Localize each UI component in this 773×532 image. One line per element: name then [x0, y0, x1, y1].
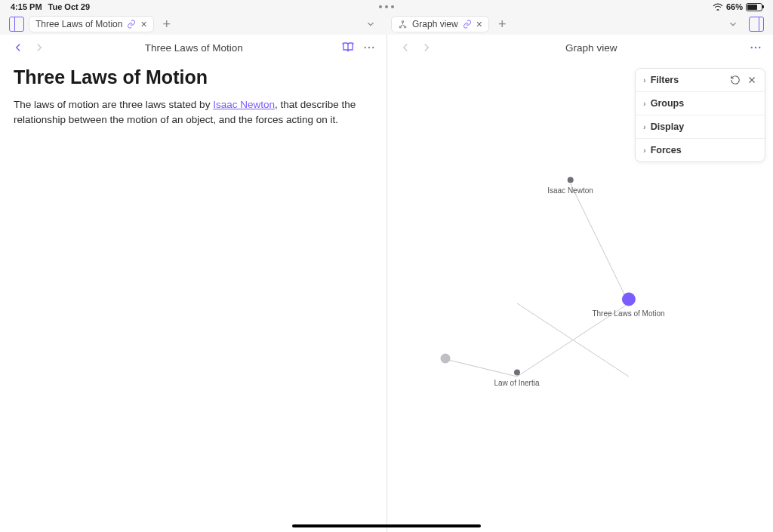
settings-row-groups[interactable]: › Groups [636, 92, 765, 115]
close-icon[interactable] [747, 75, 757, 85]
link-icon [463, 20, 472, 29]
graph-node-three-laws[interactable]: Three Laws of Motion [592, 293, 664, 318]
settings-label: Groups [651, 98, 684, 109]
pane-header: Graph view [387, 35, 774, 60]
reading-mode-icon[interactable] [341, 41, 355, 54]
pane-title: Three Laws of Motion [53, 42, 335, 54]
tab-bar: Three Laws of Motion × + Graph view × + [0, 14, 773, 35]
node-label: Three Laws of Motion [592, 309, 664, 318]
status-date: Tue Oct 29 [48, 2, 90, 11]
settings-row-display[interactable]: › Display [636, 115, 765, 139]
tab-graph-view[interactable]: Graph view × [391, 16, 489, 32]
svg-point-6 [751, 47, 753, 48]
more-options-icon[interactable] [749, 41, 762, 54]
svg-point-5 [372, 47, 374, 48]
svg-point-7 [755, 47, 756, 48]
node-dot [513, 370, 519, 376]
chevron-right-icon: › [643, 122, 646, 131]
pane-header: Three Laws of Motion [0, 35, 386, 60]
chevron-right-icon: › [643, 146, 646, 155]
svg-line-9 [571, 184, 629, 303]
status-right: 66% [713, 2, 762, 11]
tab-three-laws[interactable]: Three Laws of Motion × [29, 16, 154, 32]
settings-label: Filters [651, 75, 679, 85]
status-time: 4:15 PM [11, 2, 42, 11]
svg-point-0 [402, 20, 403, 22]
battery-percent: 66% [726, 2, 743, 11]
tab-dropdown-button[interactable] [365, 19, 376, 29]
graph-canvas[interactable]: Isaac Newton Three Laws of Motion Law of… [387, 60, 774, 532]
close-icon[interactable]: × [476, 19, 482, 29]
home-indicator[interactable] [292, 524, 481, 527]
settings-label: Display [651, 121, 684, 132]
svg-point-4 [368, 47, 369, 48]
tab-label: Three Laws of Motion [35, 19, 122, 29]
pane-graph: Graph view Isaac Newton Three Laws of Mo [387, 35, 774, 532]
new-tab-button[interactable]: + [494, 17, 511, 31]
note-content[interactable]: Three Laws of Motion The laws of motion … [0, 60, 386, 134]
link-isaac-newton[interactable]: Isaac Newton [213, 99, 275, 110]
tab-group-right: Graph view × + [386, 14, 773, 35]
chevron-right-icon: › [643, 75, 646, 85]
note-title: Three Laws of Motion [14, 66, 373, 88]
pane-title: Graph view [440, 42, 744, 54]
pane-actions [341, 41, 376, 54]
node-dot [440, 354, 450, 364]
wifi-icon [713, 3, 723, 11]
status-bar: 4:15 PM Tue Oct 29 66% [0, 0, 773, 14]
multitask-dots[interactable] [379, 5, 394, 8]
node-dot [568, 177, 574, 183]
graph-icon [398, 20, 408, 29]
forward-button[interactable] [419, 40, 434, 55]
node-dot [621, 293, 635, 306]
body-text-pre: The laws of motion are three laws stated… [14, 99, 213, 110]
link-icon [127, 20, 136, 29]
more-options-icon[interactable] [362, 41, 376, 54]
node-label: Isaac Newton [547, 186, 593, 195]
back-button[interactable] [11, 40, 26, 55]
battery-icon [746, 3, 762, 11]
svg-point-3 [364, 47, 365, 48]
settings-label: Forces [651, 145, 682, 155]
pane-actions [749, 41, 762, 54]
graph-node-isaac-newton[interactable]: Isaac Newton [547, 177, 593, 195]
forward-button[interactable] [32, 40, 47, 55]
status-left: 4:15 PM Tue Oct 29 [11, 2, 90, 11]
tab-dropdown-button[interactable] [728, 19, 738, 29]
note-body: The laws of motion are three laws stated… [14, 97, 373, 128]
tab-group-left: Three Laws of Motion × + [0, 14, 386, 35]
left-sidebar-toggle-icon[interactable] [9, 17, 24, 32]
new-tab-button[interactable]: + [159, 17, 176, 31]
node-label: Law of Inertia [494, 379, 539, 387]
pane-editor: Three Laws of Motion Three Laws of Motio… [0, 35, 386, 532]
right-sidebar-toggle-icon[interactable] [749, 17, 764, 32]
graph-node-law-of-inertia[interactable]: Law of Inertia [494, 370, 539, 387]
settings-row-forces[interactable]: › Forces [636, 139, 765, 161]
tab-label: Graph view [412, 19, 458, 29]
settings-row-filters[interactable]: › Filters [636, 69, 765, 92]
chevron-right-icon: › [643, 99, 646, 108]
reset-icon[interactable] [730, 75, 741, 85]
svg-point-8 [759, 47, 760, 48]
close-icon[interactable]: × [140, 19, 146, 29]
back-button[interactable] [398, 40, 413, 55]
graph-settings-panel: › Filters › Groups › Display › [635, 68, 765, 162]
workspace: Three Laws of Motion Three Laws of Motio… [0, 35, 773, 532]
graph-node-unlabeled[interactable] [440, 354, 450, 367]
